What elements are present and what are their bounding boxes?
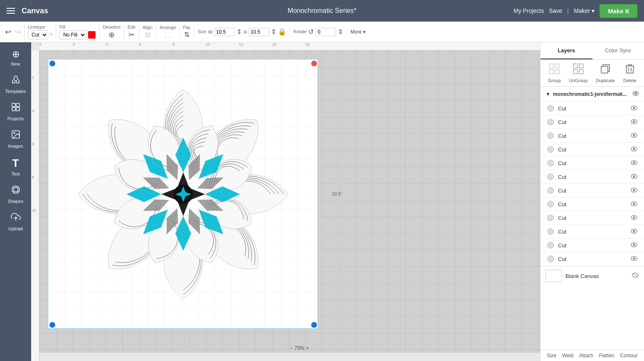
svg-point-49: [633, 244, 635, 246]
layer-item[interactable]: Cut: [541, 184, 644, 198]
layer-item[interactable]: Cut: [541, 143, 644, 156]
linetype-select[interactable]: Cut: [28, 30, 48, 39]
blank-canvas-visibility-icon[interactable]: [632, 272, 639, 280]
eye-icon[interactable]: [631, 215, 637, 221]
fill-color-swatch[interactable]: [88, 31, 96, 39]
layer-name: Cut: [558, 256, 627, 262]
linetype-section: Linetype Cut ?: [24, 24, 52, 39]
blank-canvas-row[interactable]: Blank Canvas: [541, 266, 644, 285]
tab-color-sync[interactable]: Color Sync: [592, 42, 644, 59]
deselect-button[interactable]: ⊕: [108, 30, 115, 39]
height-input[interactable]: [248, 28, 269, 36]
tab-layers[interactable]: Layers: [541, 42, 592, 59]
svg-point-5: [14, 132, 15, 134]
rotate-input[interactable]: [315, 28, 336, 36]
sidebar-item-new[interactable]: ⊕ New: [0, 46, 31, 70]
more-button[interactable]: More ▾: [350, 29, 365, 35]
flatten-button[interactable]: Flatten: [599, 353, 615, 359]
zoom-in-button[interactable]: +: [306, 345, 309, 351]
make-it-button[interactable]: Make It: [600, 4, 637, 18]
flip-section: Flip ⇅: [179, 25, 191, 39]
eye-icon[interactable]: [631, 146, 637, 153]
arrange-button[interactable]: ⬚: [165, 31, 171, 39]
align-section: Align ⊟: [139, 25, 152, 39]
duplicate-button[interactable]: Duplicate: [596, 63, 615, 83]
svg-rect-2: [12, 107, 15, 111]
layer-item[interactable]: Cut: [541, 198, 644, 211]
layer-item[interactable]: Cut: [541, 102, 644, 115]
width-input[interactable]: [214, 28, 235, 36]
save-button[interactable]: Save: [549, 7, 562, 14]
layer-group-header[interactable]: ▼ monochromatic1-jennifermak...: [541, 87, 644, 102]
canvas-size-label: 10.5": [332, 191, 342, 196]
eye-icon[interactable]: [631, 187, 637, 194]
new-icon: ⊕: [12, 49, 20, 60]
contour-button[interactable]: Contour: [620, 353, 638, 359]
eye-icon[interactable]: [631, 228, 637, 235]
sidebar-item-upload[interactable]: Upload: [0, 209, 31, 234]
layer-visibility-icon[interactable]: [632, 91, 639, 97]
layer-item[interactable]: Cut: [541, 225, 644, 239]
layer-color-dot: [547, 242, 554, 249]
width-stepper-up[interactable]: ⇕: [236, 28, 242, 36]
eye-icon[interactable]: [631, 256, 637, 262]
machine-selector[interactable]: Maker ▾: [574, 7, 595, 14]
fill-label: Fill: [59, 24, 96, 29]
templates-icon: [11, 75, 21, 87]
ungroup-button[interactable]: UnGroup: [569, 63, 588, 83]
layer-color-dot: [547, 187, 554, 194]
svg-rect-22: [579, 70, 583, 74]
size-button[interactable]: Size: [547, 353, 556, 359]
zoom-out-button[interactable]: −: [290, 345, 293, 351]
deselect-label: Deselect: [103, 24, 120, 29]
layer-item[interactable]: Cut: [541, 129, 644, 143]
eye-icon[interactable]: [631, 119, 637, 125]
handle-tl[interactable]: [49, 60, 56, 67]
arrange-section: Arrange ⬚: [156, 25, 176, 39]
eye-icon[interactable]: [631, 132, 637, 139]
layer-name: Cut: [558, 105, 627, 112]
layer-item[interactable]: Cut: [541, 211, 644, 225]
handle-br[interactable]: [310, 321, 318, 329]
my-projects-link[interactable]: My Projects: [514, 7, 544, 14]
sidebar-item-text[interactable]: T Text: [0, 154, 31, 180]
rotate-stepper[interactable]: ⇕: [338, 28, 343, 36]
attach-button[interactable]: Attach: [579, 353, 593, 359]
layer-item[interactable]: Cut: [541, 252, 644, 266]
eye-icon[interactable]: [631, 242, 637, 249]
align-button[interactable]: ⊟: [145, 31, 150, 39]
canvas-mat[interactable]: 10.5" .petal-line { stroke: #555; stroke…: [48, 59, 318, 329]
sidebar-item-templates[interactable]: Templates: [0, 71, 31, 97]
eye-icon[interactable]: [631, 160, 637, 166]
height-stepper[interactable]: ⇕: [271, 28, 276, 36]
menu-icon[interactable]: [7, 8, 15, 14]
group-button[interactable]: Group: [548, 63, 561, 83]
edit-button[interactable]: ✂: [128, 30, 135, 39]
weld-button[interactable]: Weld: [562, 353, 573, 359]
design-container[interactable]: .petal-line { stroke: #555; stroke-width…: [52, 63, 314, 325]
layer-color-dot: [547, 201, 554, 207]
eye-icon[interactable]: [631, 105, 637, 112]
sidebar-item-shapes[interactable]: Shapes: [0, 181, 31, 207]
lock-icon[interactable]: 🔒: [278, 28, 286, 36]
sidebar-item-images[interactable]: Images: [0, 126, 31, 152]
layer-item[interactable]: Cut: [541, 170, 644, 184]
redo-button[interactable]: ↪: [15, 27, 21, 37]
eye-icon[interactable]: [631, 201, 637, 207]
fill-select[interactable]: No Fill: [59, 30, 86, 39]
layer-item[interactable]: Cut: [541, 239, 644, 252]
layer-item[interactable]: Cut: [541, 156, 644, 170]
undo-button[interactable]: ↩: [5, 27, 11, 37]
delete-button[interactable]: Delete: [623, 63, 637, 83]
svg-point-29: [633, 107, 635, 109]
delete-icon: [624, 63, 636, 77]
flip-button[interactable]: ⇅: [184, 31, 189, 39]
sidebar-item-projects[interactable]: Projects: [0, 99, 31, 124]
handle-tr[interactable]: [310, 60, 318, 67]
eye-icon[interactable]: [631, 173, 637, 180]
layer-item[interactable]: Cut: [541, 115, 644, 129]
svg-point-31: [633, 121, 635, 122]
linetype-label: Linetype: [28, 24, 52, 29]
handle-bl[interactable]: [49, 321, 56, 329]
linetype-help[interactable]: ?: [50, 32, 52, 37]
